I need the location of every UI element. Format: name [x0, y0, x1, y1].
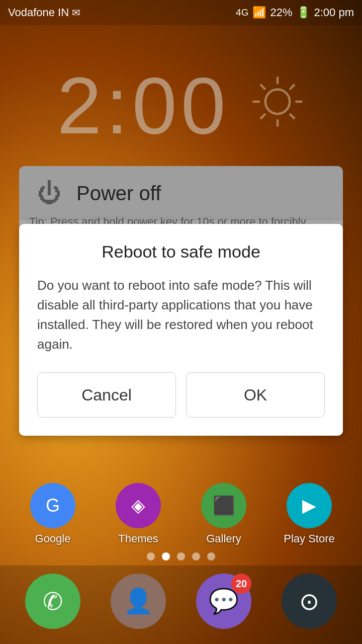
battery-icon: 🔋 [297, 6, 310, 19]
app-icons-row: GGoogle◈Themes⬛Gallery▶Play Store [0, 478, 362, 545]
app-icon-themes[interactable]: ◈Themes [103, 483, 173, 545]
app-icon-play-store[interactable]: ▶Play Store [274, 483, 344, 545]
dialog-buttons: Cancel OK [37, 372, 325, 418]
network-type: 4G [236, 7, 248, 18]
bottom-area: GGoogle◈Themes⬛Gallery▶Play Store ✆👤💬20⊙ [0, 478, 362, 644]
app-icon-label-2: Gallery [206, 532, 241, 545]
cancel-button[interactable]: Cancel [37, 372, 176, 418]
page-dot-3[interactable] [192, 552, 200, 560]
status-left: Vodafone IN ✉ [8, 6, 80, 19]
sun-icon [250, 74, 305, 138]
power-icon: ⏻ [37, 181, 61, 205]
page-dot-4[interactable] [207, 552, 215, 560]
app-icon-circle-2: ⬛ [201, 483, 246, 528]
signal-icon: 📶 [252, 6, 266, 19]
svg-line-5 [260, 84, 265, 89]
app-icon-circle-1: ◈ [116, 483, 161, 528]
svg-point-0 [265, 89, 290, 113]
mail-icon: ✉ [72, 7, 80, 19]
carrier-label: Vodafone IN [8, 6, 69, 19]
badge-messages: 20 [231, 574, 251, 594]
status-right: 4G 📶 22% 🔋 2:00 pm [236, 6, 354, 19]
dialog-title: Reboot to safe mode [37, 242, 325, 262]
battery-percent: 22% [270, 6, 292, 19]
app-icon-circle-0: G [30, 483, 75, 528]
app-icon-google[interactable]: GGoogle [18, 483, 88, 545]
app-icon-label-0: Google [35, 532, 71, 545]
svg-line-8 [260, 114, 265, 119]
page-dot-0[interactable] [147, 552, 155, 560]
dock-icon-camera-app[interactable]: ⊙ [282, 574, 337, 629]
dock-icon-contacts[interactable]: 👤 [111, 574, 166, 629]
dock-icon-messages[interactable]: 💬20 [196, 574, 251, 629]
ok-button[interactable]: OK [186, 372, 325, 418]
power-off-label: Power off [76, 182, 161, 205]
time-display: 2:00 pm [314, 6, 354, 19]
svg-line-7 [290, 84, 295, 89]
wallpaper-clock: 2:00 [0, 65, 362, 146]
app-icon-label-3: Play Store [284, 532, 335, 545]
bottom-dock: ✆👤💬20⊙ [0, 566, 362, 644]
dialog-message: Do you want to reboot into safe mode? Th… [37, 276, 325, 354]
page-dot-2[interactable] [177, 552, 185, 560]
app-icon-label-1: Themes [118, 532, 158, 545]
reboot-dialog: Reboot to safe mode Do you want to reboo… [19, 224, 343, 436]
page-dot-1[interactable] [162, 552, 170, 560]
app-icon-circle-3: ▶ [287, 483, 332, 528]
app-icon-gallery[interactable]: ⬛Gallery [189, 483, 259, 545]
clock-time: 2:00 [57, 65, 229, 146]
status-bar: Vodafone IN ✉ 4G 📶 22% 🔋 2:00 pm [0, 0, 362, 25]
page-dots [0, 545, 362, 566]
svg-line-6 [290, 114, 295, 119]
dock-icon-phone[interactable]: ✆ [25, 574, 80, 629]
